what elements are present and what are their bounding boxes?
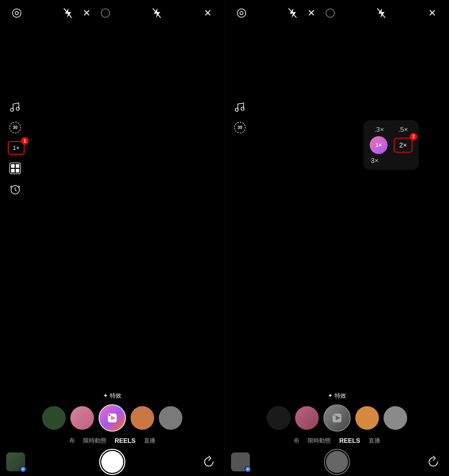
- mode-live[interactable]: 直播: [144, 437, 155, 445]
- flash-off-icon-right2[interactable]: [286, 7, 299, 19]
- flip-camera-button-left[interactable]: [199, 452, 218, 471]
- svg-point-10: [108, 414, 110, 416]
- sparkle-icon-right: ✦: [328, 392, 333, 399]
- gear-icon[interactable]: [10, 7, 23, 19]
- shutter-button-right[interactable]: [324, 449, 350, 475]
- zoom-3x-option[interactable]: 3×: [370, 157, 412, 165]
- layout-cell-4: [16, 169, 19, 173]
- right-side-icons: 30: [233, 99, 247, 135]
- top-bar-center-right: ✕: [286, 7, 336, 19]
- svg-point-3: [101, 9, 110, 17]
- plus-badge-left: +: [20, 466, 26, 472]
- filter-2[interactable]: [70, 406, 94, 430]
- zoom-05x-option[interactable]: .5×: [394, 125, 413, 134]
- left-panel: ✕ ✕: [0, 0, 224, 476]
- zoom-1x-button[interactable]: 1× 1: [8, 141, 25, 155]
- zoom-1x-circle[interactable]: 1×: [370, 136, 388, 154]
- reels-circle-gray: [323, 404, 351, 432]
- close-icon-right2[interactable]: ✕: [305, 7, 318, 19]
- zoom-2x-container: 2× 2: [394, 138, 413, 153]
- zoom-1x-box[interactable]: 1× 1: [8, 141, 25, 155]
- svg-point-12: [240, 12, 243, 15]
- mode-live-right[interactable]: 直播: [369, 437, 380, 445]
- mode-bar-left: 布 限時動態 REELS 直播: [0, 437, 224, 445]
- effects-label-right: 特效: [335, 392, 346, 400]
- flip-camera-button-right[interactable]: [424, 452, 443, 471]
- mode-reels[interactable]: REELS: [115, 437, 136, 444]
- layout-cell-1: [11, 164, 15, 168]
- timer-label-right: 30: [238, 125, 242, 130]
- flash-off-icon-right[interactable]: [150, 7, 163, 19]
- layout-cell-3: [11, 169, 15, 173]
- mode-post[interactable]: 布: [69, 437, 75, 445]
- svg-point-14: [326, 9, 334, 17]
- bottom-controls-left: +: [0, 449, 224, 475]
- zoom-1x-label: 1×: [13, 145, 19, 151]
- zoom-03x-option[interactable]: .3×: [370, 125, 389, 134]
- reels-circle: [99, 404, 126, 432]
- close-icon-right[interactable]: ✕: [201, 7, 214, 19]
- layout-grid: [9, 163, 21, 174]
- svg-point-20: [333, 414, 335, 416]
- timer-dotted-left: 30: [9, 122, 21, 133]
- filter-3[interactable]: [131, 406, 154, 430]
- gear-icon-right[interactable]: [235, 7, 248, 19]
- mode-bar-right: 布 限時動態 REELS 直播: [225, 437, 449, 445]
- layout-cell-2: [16, 164, 19, 168]
- shutter-inner-right: [326, 451, 348, 473]
- filter-strip-left: [0, 404, 224, 432]
- timer-label: 30: [13, 125, 18, 130]
- bottom-area-right: ✦ 特效: [225, 387, 449, 476]
- shutter-button-left[interactable]: [99, 449, 125, 475]
- right-panel: ✕ ✕: [224, 0, 449, 476]
- timer-dotted-right: 30: [234, 122, 246, 133]
- filter-reels-gray[interactable]: [323, 404, 351, 432]
- music-icon-right[interactable]: [233, 99, 247, 114]
- filter-4[interactable]: [159, 406, 182, 430]
- badge-2: 2: [410, 133, 417, 140]
- mode-story[interactable]: 限時動態: [83, 437, 106, 445]
- filter-8[interactable]: [384, 406, 407, 430]
- shutter-inner-left: [101, 451, 123, 473]
- timer30-icon[interactable]: 30: [8, 120, 23, 135]
- zoom-popup: .3× .5× 1× 2× 2 3×: [363, 120, 419, 170]
- close-icon-left[interactable]: ✕: [80, 7, 93, 19]
- bottom-area-left: ✦ 特效: [0, 387, 224, 476]
- filter-5[interactable]: [267, 406, 290, 430]
- effects-button-right[interactable]: ✦ 特效: [328, 392, 346, 400]
- left-side-icons: 30 1× 1: [8, 99, 25, 197]
- filter-strip-right: [225, 404, 449, 432]
- flash-off-icon[interactable]: [61, 7, 74, 19]
- layout-icon[interactable]: [8, 161, 23, 176]
- effects-label: 特效: [110, 392, 121, 400]
- filter-1[interactable]: [42, 406, 66, 430]
- ring-icon[interactable]: [99, 7, 112, 19]
- zoom-2x-option[interactable]: 2×: [394, 138, 413, 153]
- effects-button[interactable]: ✦ 特效: [103, 392, 121, 400]
- mode-post-right[interactable]: 布: [294, 437, 299, 445]
- svg-point-11: [237, 9, 246, 17]
- plus-badge-right: +: [245, 466, 251, 472]
- ring-icon-right[interactable]: [324, 7, 336, 19]
- gallery-thumb-container-right: +: [231, 452, 250, 471]
- top-bar-center-left: ✕: [61, 7, 112, 19]
- top-bar-left: ✕ ✕: [0, 0, 224, 26]
- gallery-thumb-container: +: [6, 452, 25, 471]
- timer30-icon-right[interactable]: 30: [233, 120, 247, 135]
- top-bar-right: ✕ ✕: [225, 0, 449, 26]
- close-icon-right3[interactable]: ✕: [426, 7, 439, 19]
- svg-point-1: [15, 12, 18, 15]
- flash-off-icon-right3[interactable]: [375, 7, 388, 19]
- svg-point-0: [13, 9, 21, 17]
- badge-1: 1: [21, 137, 29, 145]
- mode-story-right[interactable]: 限時動態: [308, 437, 331, 445]
- filter-reels-selected[interactable]: [99, 404, 126, 432]
- music-icon[interactable]: [8, 99, 23, 114]
- alarm-icon[interactable]: [8, 182, 23, 197]
- filter-6[interactable]: [295, 406, 319, 430]
- filter-7[interactable]: [355, 406, 379, 430]
- mode-reels-right[interactable]: REELS: [339, 437, 360, 444]
- sparkle-icon: ✦: [103, 392, 108, 399]
- bottom-controls-right: +: [225, 449, 449, 475]
